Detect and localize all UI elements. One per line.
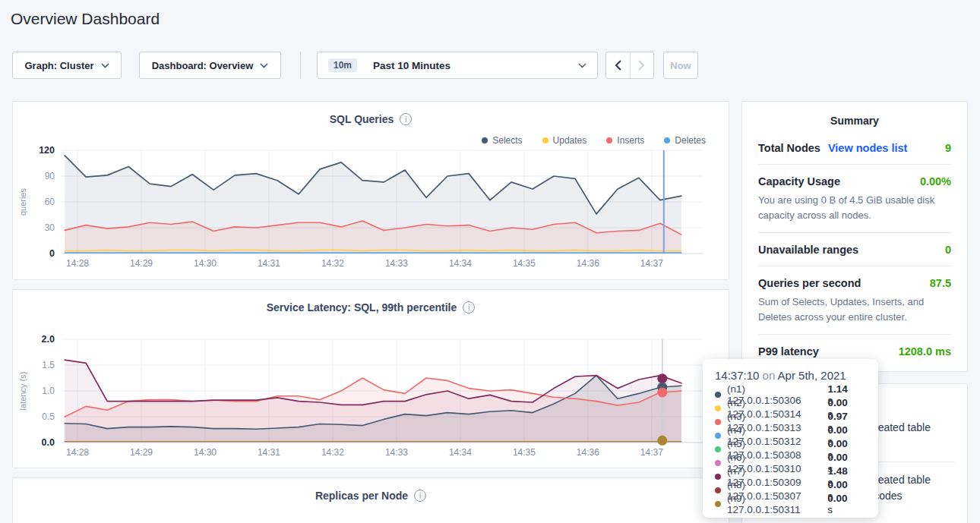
view-nodes-link[interactable]: View nodes list [828,142,908,154]
summary-description: Sum of Selects, Updates, Inserts, and De… [758,295,951,324]
chevron-down-icon [260,63,268,68]
chevron-down-icon [101,63,109,68]
svg-text:14:30: 14:30 [194,447,217,458]
service-latency-card: Service Latency: SQL, 99th percentile 0.… [12,289,729,468]
svg-text:30: 30 [45,222,55,233]
node-color-dot [715,419,721,425]
summary-row: Queries per second87.5Sum of Selects, Up… [758,266,951,335]
chevron-down-icon [578,63,586,68]
time-range-dropdown[interactable]: 10m Past 10 Minutes [317,52,598,79]
svg-text:14:36: 14:36 [577,258,599,269]
summary-title: Summary [742,115,967,127]
graph-selector-dropdown[interactable]: Graph: Cluster [12,52,122,79]
svg-text:14:28: 14:28 [66,447,89,458]
node-color-dot [715,487,721,493]
svg-text:14:37: 14:37 [640,258,663,269]
svg-text:14:33: 14:33 [385,447,408,458]
node-color-dot [715,433,721,439]
summary-card: Summary Total NodesView nodes list9Capac… [741,101,968,372]
replicas-per-node-title: Replicas per Node [13,490,729,502]
time-range-label: Past 10 Minutes [373,60,450,71]
tooltip-node-row: (n9) 127.0.0.1:503110.00 s [715,497,878,511]
info-icon[interactable] [400,113,412,125]
chart-hover-tooltip: 14:37:10 on Apr 5th, 2021 (n1) 127.0.0.1… [703,359,878,518]
tooltip-timestamp: 14:37:10 on Apr 5th, 2021 [715,369,878,382]
svg-text:14:30: 14:30 [194,258,217,269]
now-button[interactable]: Now [663,52,698,79]
summary-row: Capacity Usage0.00%You are using 0 B of … [758,165,951,233]
svg-text:90: 90 [45,171,55,181]
svg-text:queries: queries [18,187,27,216]
legend-dot [664,137,670,143]
svg-text:14:28: 14:28 [66,258,89,269]
svg-text:0.5: 0.5 [42,411,55,422]
page-title: Overview Dashboard [11,10,160,28]
sql-queries-chart[interactable]: 030609012014:2814:2914:3014:3114:3214:33… [13,144,729,273]
svg-text:14:32: 14:32 [321,258,344,269]
info-icon[interactable] [463,301,475,313]
summary-value: 0.00% [920,175,951,187]
service-latency-chart[interactable]: 0.00.51.01.52.014:2814:2914:3014:3114:32… [13,333,729,462]
dashboard-selector-label: Dashboard: Overview [152,60,254,71]
replicas-per-node-card: Replicas per Node [12,477,729,523]
summary-label: Unavailable ranges [758,244,858,256]
svg-text:14:36: 14:36 [577,447,599,458]
summary-label: Capacity Usage [758,175,840,187]
time-range-badge: 10m [328,58,357,72]
svg-text:0.0: 0.0 [42,437,55,448]
svg-text:14:33: 14:33 [385,258,408,269]
node-color-dot [715,460,721,466]
legend-dot [542,137,548,143]
svg-text:60: 60 [45,197,55,207]
node-color-dot [715,405,721,411]
summary-description: You are using 0 B of 4.5 GiB usable disk… [758,193,951,222]
summary-label: P99 latency [758,345,819,358]
svg-text:14:34: 14:34 [449,447,472,458]
next-time-button[interactable] [630,52,654,78]
node-color-dot [715,392,721,398]
summary-label: Queries per second [758,277,861,289]
svg-text:latency (s): latency (s) [18,372,27,411]
svg-text:120: 120 [39,145,55,156]
svg-text:14:31: 14:31 [258,447,280,458]
svg-text:14:35: 14:35 [513,447,536,458]
prev-time-button[interactable] [606,52,630,78]
sql-queries-title: SQL Queries [13,113,729,125]
node-color-dot [715,446,721,452]
summary-value: 87.5 [930,277,951,289]
svg-text:0: 0 [49,248,55,259]
svg-text:1.0: 1.0 [42,386,55,396]
svg-text:14:29: 14:29 [130,447,153,458]
summary-row: Total NodesView nodes list9 [758,131,951,165]
legend-dot [482,137,488,143]
legend-dot [606,137,612,143]
dashboard-selector-dropdown[interactable]: Dashboard: Overview [139,52,281,79]
svg-text:14:35: 14:35 [513,258,536,269]
svg-text:14:32: 14:32 [321,447,344,458]
summary-row: Unavailable ranges0 [758,233,951,266]
summary-label: Total Nodes [758,142,820,154]
svg-text:14:34: 14:34 [449,258,472,269]
svg-text:14:37: 14:37 [640,447,663,458]
graph-selector-label: Graph: Cluster [24,60,93,71]
summary-value: 1208.0 ms [899,345,951,358]
tooltip-rows: (n1) 127.0.0.1:503061.14 s(n2) 127.0.0.1… [715,388,878,511]
info-icon[interactable] [414,490,426,502]
node-color-dot [715,501,721,507]
node-color-dot [715,474,721,480]
summary-rows: Total NodesView nodes list9Capacity Usag… [742,127,967,367]
svg-text:1.5: 1.5 [42,360,55,370]
summary-value: 0 [945,244,951,256]
toolbar-divider [300,52,301,79]
time-step-buttons [605,52,654,79]
service-latency-title: Service Latency: SQL, 99th percentile [13,301,729,313]
svg-text:14:29: 14:29 [130,258,153,269]
svg-text:14:31: 14:31 [258,258,280,269]
svg-text:2.0: 2.0 [42,334,55,345]
summary-value: 9 [945,142,951,154]
sql-queries-card: SQL Queries SelectsUpdatesInsertsDeletes… [12,101,729,280]
